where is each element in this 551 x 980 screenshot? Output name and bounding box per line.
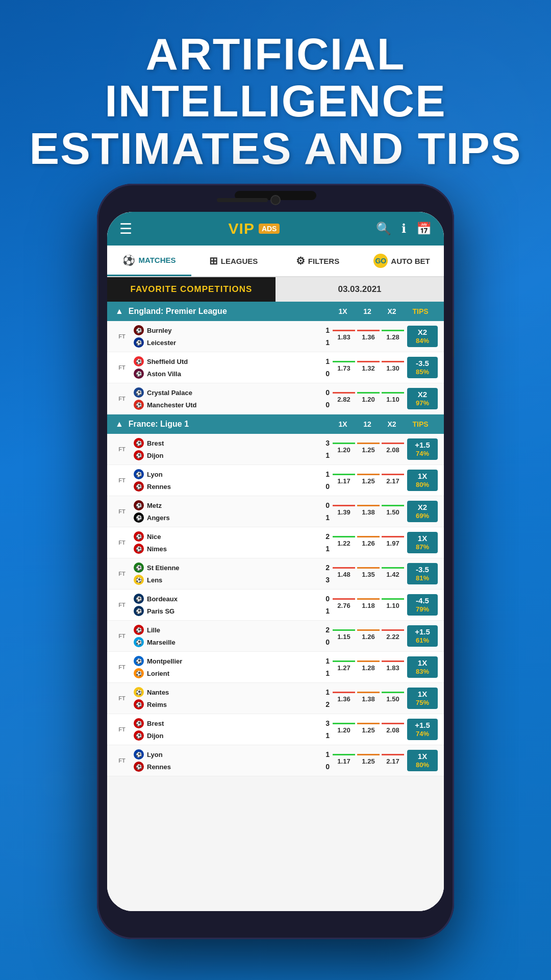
home-team-row: ⚽ Burnley 1 (134, 324, 330, 336)
hero-section: ARTIFICIAL INTELLIGENCE ESTIMATES AND TI… (0, 31, 551, 172)
favorite-competitions-filter[interactable]: FAVORITE COMPETITIONS (107, 277, 276, 302)
home-score: 1 (321, 470, 330, 478)
match-teams: ⚽ Burnley 1 ⚽ Leicester 1 (134, 324, 330, 349)
table-row[interactable]: FT ⚽ Bordeaux 0 ⚽ Paris SG 1 2.76 1.18 1… (107, 590, 444, 621)
info-icon[interactable]: ℹ (402, 222, 406, 236)
column-headers: 1X 12 X2 TIPS (332, 307, 436, 315)
odd-x2: 2.08 (382, 443, 404, 456)
tip-percentage: 84% (409, 337, 436, 345)
expand-icon: ▲ (115, 307, 123, 316)
tip-percentage: 87% (409, 543, 436, 551)
match-teams: ⚽ Nantes 1 ⚽ Reims 2 (134, 686, 330, 710)
tip-box[interactable]: +1.5 61% (407, 625, 438, 647)
league-header[interactable]: ▲ France: Ligue 1 1X 12 X2 TIPS (107, 414, 444, 434)
table-row[interactable]: FT ⚽ St Etienne 2 ⚽ Lens 3 1.48 1.35 1.4… (107, 558, 444, 590)
odd-1x: 1.17 (333, 754, 355, 767)
match-status: FT (113, 508, 131, 514)
away-score: 0 (321, 482, 330, 491)
odd-1x: 1.73 (333, 361, 355, 374)
table-row[interactable]: FT ⚽ Brest 3 ⚽ Dijon 1 1.20 1.25 2.08 (107, 434, 444, 465)
table-row[interactable]: FT ⚽ Brest 3 ⚽ Dijon 1 1.20 1.25 2.08 (107, 714, 444, 745)
match-odds: 2.82 1.20 1.10 (333, 392, 404, 405)
away-score: 0 (321, 370, 330, 378)
header-logo: VIP ADS (229, 220, 280, 237)
tip-box[interactable]: X2 84% (407, 326, 438, 347)
away-score: 1 (321, 607, 330, 615)
tip-box[interactable]: -4.5 79% (407, 594, 438, 616)
power-button (454, 311, 454, 357)
match-teams: ⚽ Montpellier 1 ⚽ Lorient 1 (134, 655, 330, 679)
away-score: 1 (321, 731, 330, 740)
tab-matches[interactable]: ⚽ MATCHES (107, 246, 191, 276)
home-score: 2 (321, 626, 330, 634)
matches-icon: ⚽ (122, 254, 135, 266)
league-header[interactable]: ▲ England: Premier League 1X 12 X2 TIPS (107, 302, 444, 321)
match-status: FT (113, 664, 131, 670)
tab-filters[interactable]: ⚙ FILTERS (276, 246, 360, 276)
table-row[interactable]: FT ⚽ Lille 2 ⚽ Marseille 0 1.15 1.26 2.2… (107, 621, 444, 652)
filter-bar: FAVORITE COMPETITIONS 03.03.2021 (107, 277, 444, 302)
tip-box[interactable]: 1X 87% (407, 532, 438, 553)
table-row[interactable]: FT ⚽ Lyon 1 ⚽ Rennes 0 1.17 1.25 2.17 (107, 465, 444, 496)
table-row[interactable]: FT ⚽ Lyon 1 ⚽ Rennes 0 1.17 1.25 2.17 (107, 745, 444, 776)
home-team-row: ⚽ Brest 3 (134, 437, 330, 449)
tip-box[interactable]: -3.5 85% (407, 357, 438, 378)
away-team-row: ⚽ Dijon 1 (134, 729, 330, 742)
tip-percentage: 61% (409, 636, 436, 645)
home-score: 3 (321, 439, 330, 447)
tab-leagues[interactable]: ⊞ LEAGUES (191, 246, 276, 276)
away-score: 3 (321, 576, 330, 584)
tip-percentage: 75% (409, 699, 436, 707)
odd-12: 1.25 (357, 754, 380, 767)
odd-x2: 1.28 (382, 330, 404, 343)
table-row[interactable]: FT ⚽ Metz 0 ⚽ Angers 1 1.39 1.38 1.50 (107, 496, 444, 527)
tip-percentage: 69% (409, 512, 436, 520)
tip-box[interactable]: X2 69% (407, 501, 438, 522)
menu-icon[interactable]: ☰ (119, 220, 132, 237)
table-row[interactable]: FT ⚽ Burnley 1 ⚽ Leicester 1 1.83 1.36 1… (107, 321, 444, 352)
table-row[interactable]: FT ⚽ Montpellier 1 ⚽ Lorient 1 1.27 1.28… (107, 652, 444, 683)
odd-12: 1.35 (357, 567, 380, 580)
odd-12: 1.18 (357, 598, 380, 611)
match-status: FT (113, 726, 131, 732)
search-icon[interactable]: 🔍 (376, 222, 391, 236)
tip-box[interactable]: 1X 80% (407, 750, 438, 771)
match-status: FT (113, 446, 131, 452)
home-score: 1 (321, 688, 330, 696)
match-status: FT (113, 396, 131, 402)
away-team-name: Dijon (147, 452, 318, 459)
tip-box[interactable]: +1.5 74% (407, 438, 438, 460)
tip-box[interactable]: +1.5 74% (407, 719, 438, 740)
table-row[interactable]: FT ⚽ Crystal Palace 0 ⚽ Manchester Utd 0… (107, 383, 444, 414)
match-status: FT (113, 633, 131, 639)
away-score: 0 (321, 638, 330, 646)
tab-leagues-label: LEAGUES (221, 257, 258, 265)
table-row[interactable]: FT ⚽ Sheffield Utd 1 ⚽ Aston Villa 0 1.7… (107, 352, 444, 383)
table-row[interactable]: FT ⚽ Nantes 1 ⚽ Reims 2 1.36 1.38 1.50 (107, 683, 444, 714)
odd-x2: 2.08 (382, 723, 404, 736)
away-score: 1 (321, 451, 330, 459)
match-teams: ⚽ Crystal Palace 0 ⚽ Manchester Utd 0 (134, 386, 330, 411)
nav-tabs: ⚽ MATCHES ⊞ LEAGUES ⚙ FILTERS GO AUTO BE… (107, 246, 444, 277)
table-row[interactable]: FT ⚽ Nice 2 ⚽ Nimes 1 1.22 1.26 1.97 (107, 527, 444, 558)
tab-matches-label: MATCHES (138, 256, 176, 264)
tip-box[interactable]: 1X 80% (407, 470, 438, 491)
match-teams: ⚽ Brest 3 ⚽ Dijon 1 (134, 437, 330, 461)
home-team-name: St Etienne (147, 564, 318, 572)
tip-box[interactable]: 1X 83% (407, 656, 438, 678)
odd-1x: 1.17 (333, 474, 355, 487)
away-team-row: ⚽ Reims 2 (134, 698, 330, 710)
tip-box[interactable]: X2 97% (407, 388, 438, 409)
away-score: 2 (321, 700, 330, 708)
away-team-name: Rennes (147, 763, 318, 771)
home-score: 1 (321, 326, 330, 334)
hero-line1: ARTIFICIAL INTELLIGENCE (105, 29, 446, 126)
tip-box[interactable]: 1X 75% (407, 688, 438, 709)
tip-box[interactable]: -3.5 81% (407, 563, 438, 584)
tab-autobet[interactable]: GO AUTO BET (360, 246, 444, 276)
date-filter[interactable]: 03.03.2021 (276, 277, 444, 302)
match-odds: 1.20 1.25 2.08 (333, 443, 404, 456)
calendar-icon[interactable]: 📅 (416, 222, 432, 236)
tip-label: -3.5 (409, 359, 436, 368)
home-score: 1 (321, 357, 330, 365)
